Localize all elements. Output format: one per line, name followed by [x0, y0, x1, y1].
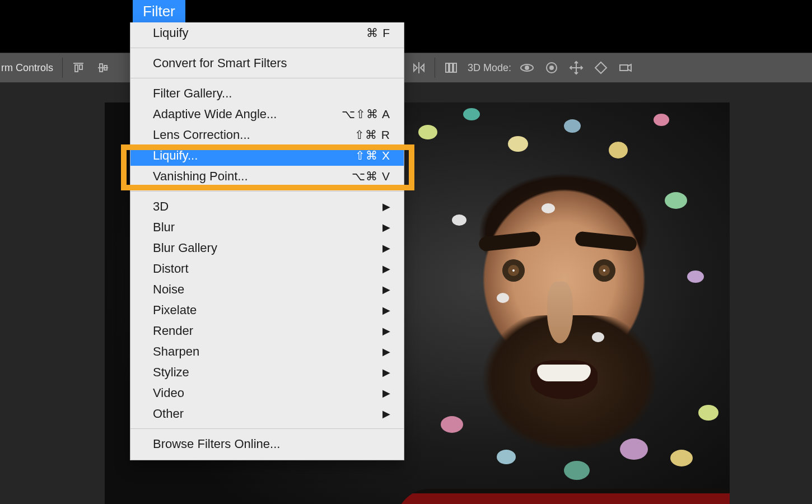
menu-item-label: Render [153, 324, 380, 338]
photo-confetti [508, 136, 528, 152]
3d-camera-icon[interactable] [617, 59, 634, 77]
menu-item-label: Blur [153, 220, 380, 235]
submenu-arrow-icon: ▶ [380, 283, 390, 296]
menu-item-browse-filters-online[interactable]: Browse Filters Online... [130, 433, 404, 454]
menu-item-label: Vanishing Point... [153, 169, 352, 184]
photo-confetti [687, 270, 704, 283]
menu-item-label: Adaptive Wide Angle... [153, 107, 342, 122]
menu-separator [130, 78, 404, 78]
menu-separator [130, 48, 404, 48]
svg-rect-9 [446, 63, 449, 72]
photo-confetti [564, 461, 590, 480]
photo-confetti [665, 192, 687, 209]
align-vcenter-icon[interactable] [94, 59, 112, 77]
photo-confetti [609, 142, 628, 158]
menu-item-3d[interactable]: 3D ▶ [130, 196, 404, 217]
photo-confetti [670, 450, 693, 466]
menu-item-label: Other [153, 407, 380, 421]
menu-item-adaptive-wide-angle[interactable]: Adaptive Wide Angle... ⌥⇧⌘ A [130, 104, 404, 124]
3d-mode-label: 3D Mode: [468, 62, 511, 74]
menu-item-label: Browse Filters Online... [153, 437, 390, 451]
submenu-arrow-icon: ▶ [380, 200, 390, 213]
distribute-icon[interactable] [442, 59, 460, 77]
menu-filter[interactable]: Filter [133, 0, 185, 22]
photo-confetti [654, 114, 669, 126]
photo-confetti [441, 416, 463, 433]
menu-item-pixelate[interactable]: Pixelate ▶ [130, 300, 404, 320]
menu-item-label: Pixelate [153, 303, 380, 318]
menu-item-noise[interactable]: Noise ▶ [130, 279, 404, 300]
svg-rect-11 [454, 63, 456, 72]
filter-menu-dropdown: Liquify ⌘ F Convert for Smart Filters Fi… [130, 22, 404, 460]
svg-marker-7 [414, 64, 417, 71]
flip-horizontal-icon[interactable] [410, 59, 428, 77]
3d-slide-icon[interactable] [592, 59, 610, 77]
menu-item-vanishing-point[interactable]: Vanishing Point... ⌥⌘ V [130, 166, 404, 186]
photo-confetti [497, 450, 516, 464]
menu-item-label: 3D [153, 199, 380, 214]
menu-item-label: Video [153, 386, 380, 400]
svg-marker-8 [421, 64, 424, 71]
menu-item-blur[interactable]: Blur ▶ [130, 217, 404, 237]
menu-item-liquify[interactable]: Liquify... ⇧⌘ X [130, 145, 404, 166]
menu-item-label: Liquify [153, 26, 366, 40]
photo-confetti [452, 214, 466, 226]
submenu-arrow-icon: ▶ [380, 346, 390, 358]
svg-point-15 [550, 66, 553, 69]
menu-item-label: Filter Gallery... [153, 86, 390, 101]
menu-item-label: Lens Correction... [153, 128, 354, 142]
menu-item-shortcut: ⌥⌘ V [352, 170, 390, 183]
svg-marker-20 [628, 64, 631, 71]
svg-rect-19 [620, 65, 628, 71]
menu-item-last-filter[interactable]: Liquify ⌘ F [130, 22, 404, 43]
menu-item-label: Distort [153, 262, 380, 276]
menu-item-video[interactable]: Video ▶ [130, 382, 404, 403]
photo-confetti [418, 125, 437, 139]
menu-item-other[interactable]: Other ▶ [130, 403, 404, 424]
menu-item-blur-gallery[interactable]: Blur Gallery ▶ [130, 237, 404, 258]
photo-confetti [698, 405, 718, 421]
svg-point-13 [525, 66, 529, 69]
divider [62, 58, 63, 78]
photo-confetti [564, 119, 581, 133]
photo-eye [593, 259, 615, 282]
menu-item-label: Convert for Smart Filters [153, 56, 390, 71]
menu-item-label: Noise [153, 282, 380, 297]
menu-item-sharpen[interactable]: Sharpen ▶ [130, 341, 404, 362]
menu-item-filter-gallery[interactable]: Filter Gallery... [130, 83, 404, 104]
menubar: Filter [0, 0, 812, 22]
photo-confetti [592, 332, 604, 342]
submenu-arrow-icon: ▶ [380, 387, 390, 399]
menu-separator [130, 191, 404, 192]
align-top-icon[interactable] [69, 59, 87, 77]
photo-teeth [537, 365, 591, 381]
menu-item-stylize[interactable]: Stylize ▶ [130, 362, 404, 382]
svg-marker-18 [595, 62, 606, 73]
3d-orbit-icon[interactable] [518, 59, 536, 77]
menu-item-convert-smart-filters[interactable]: Convert for Smart Filters [130, 53, 404, 73]
submenu-arrow-icon: ▶ [380, 304, 390, 316]
photo-confetti [463, 108, 480, 120]
3d-pan-icon[interactable] [567, 59, 585, 77]
photo-confetti [497, 293, 509, 303]
menu-separator [130, 428, 404, 429]
menu-item-render[interactable]: Render ▶ [130, 320, 404, 341]
menu-item-label: Sharpen [153, 344, 380, 359]
svg-rect-2 [80, 65, 82, 69]
menu-item-shortcut: ⇧⌘ R [354, 128, 390, 142]
menu-item-lens-correction[interactable]: Lens Correction... ⇧⌘ R [130, 124, 404, 145]
submenu-arrow-icon: ▶ [380, 242, 390, 254]
divider [435, 58, 435, 78]
svg-rect-1 [75, 65, 78, 72]
photo-confetti [620, 438, 648, 460]
photo-confetti [542, 203, 555, 213]
menu-item-label: Liquify... [153, 148, 355, 163]
submenu-arrow-icon: ▶ [380, 366, 390, 379]
3d-rotate-icon[interactable] [543, 59, 561, 77]
menu-item-shortcut: ⌥⇧⌘ A [342, 108, 390, 121]
menu-item-shortcut: ⇧⌘ X [355, 149, 390, 162]
submenu-arrow-icon: ▶ [380, 263, 390, 275]
menu-item-distort[interactable]: Distort ▶ [130, 258, 404, 279]
submenu-arrow-icon: ▶ [380, 408, 390, 420]
menu-item-shortcut: ⌘ F [366, 26, 390, 40]
